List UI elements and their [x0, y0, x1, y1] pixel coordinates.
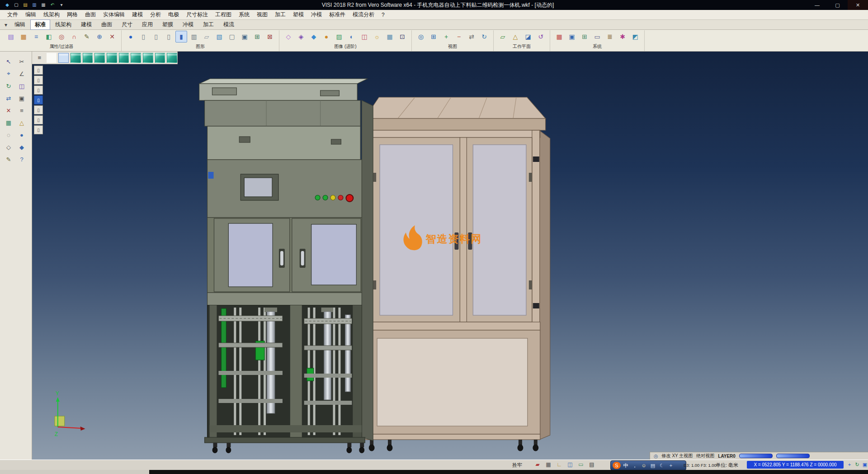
menu-item-16[interactable]: 标准件: [326, 10, 349, 19]
absolute-view-button[interactable]: 绝对视图: [696, 453, 714, 459]
tab-7[interactable]: 塑膜: [158, 19, 178, 30]
dimetric-view-icon[interactable]: [143, 53, 153, 63]
units-state-icon[interactable]: ▭: [577, 460, 585, 469]
pan-view-icon[interactable]: ⇄: [466, 31, 477, 43]
refresh-graphics-icon[interactable]: ●: [125, 31, 137, 43]
rotate-icon[interactable]: ↻: [3, 81, 14, 91]
menu-item-12[interactable]: 视图: [253, 10, 271, 19]
tab-2[interactable]: 线架构: [51, 19, 76, 30]
workplane-view-icon[interactable]: ◪: [522, 31, 534, 43]
menu-item-2[interactable]: 线架构: [40, 10, 63, 19]
menu-item-18[interactable]: ?: [378, 11, 388, 19]
snap-toggle-icon[interactable]: ▰: [533, 460, 542, 469]
new-document-icon[interactable]: ▢: [13, 2, 20, 8]
regen-icon[interactable]: ↻: [854, 461, 860, 468]
front-view-icon[interactable]: [83, 53, 93, 63]
menu-item-13[interactable]: 加工: [271, 10, 289, 19]
speed-meter[interactable]: [776, 454, 810, 458]
minimize-button[interactable]: —: [807, 0, 827, 10]
performance-icon[interactable]: ◩: [629, 31, 641, 43]
zoom-out-icon[interactable]: −: [453, 31, 465, 43]
menu-item-15[interactable]: 冲模: [307, 10, 326, 19]
view-list-icon[interactable]: ≡: [34, 53, 45, 63]
close-button[interactable]: ✕: [848, 0, 868, 10]
right-view-icon[interactable]: [94, 53, 105, 63]
menu-item-10[interactable]: 工程图: [212, 10, 235, 19]
wireframe-mode-icon[interactable]: ◇: [283, 31, 294, 43]
rendered-mode-icon[interactable]: ●: [321, 31, 332, 43]
selection-filter-icon[interactable]: ◎: [56, 31, 67, 43]
element-filter-icon[interactable]: ◧: [43, 31, 55, 43]
wire-cylinder-icon[interactable]: ▯: [137, 31, 149, 43]
top-view-icon[interactable]: [71, 53, 81, 63]
tab-overflow-icon[interactable]: ▾: [2, 22, 10, 28]
print-icon[interactable]: ▦: [40, 2, 47, 8]
tab-5[interactable]: 尺寸: [117, 19, 137, 30]
menu-item-6[interactable]: 建模: [128, 10, 146, 19]
workplane-standard-icon[interactable]: ▱: [497, 31, 509, 43]
tab-0[interactable]: 编辑: [10, 19, 30, 30]
workplane-reset-icon[interactable]: ↺: [535, 31, 547, 43]
menu-item-14[interactable]: 塑模: [289, 10, 307, 19]
shade-icon[interactable]: ◆: [16, 142, 28, 152]
ghost-cylinder-icon[interactable]: ▱: [201, 31, 212, 43]
view-slot-3-icon[interactable]: ▯: [34, 85, 43, 95]
lock-toggle[interactable]: 拴牢: [512, 462, 522, 469]
solid-box-icon[interactable]: ▧: [213, 31, 225, 43]
color-palette-icon[interactable]: ▦: [553, 31, 565, 43]
help-tools-icon[interactable]: ?: [16, 154, 28, 165]
show-icon[interactable]: ●: [16, 129, 28, 140]
delete-icon[interactable]: ✕: [3, 105, 14, 116]
point-snap-icon[interactable]: ⌖: [3, 68, 14, 79]
match-properties-icon[interactable]: ✎: [81, 31, 93, 43]
menu-item-0[interactable]: 文件: [4, 10, 22, 19]
erase-graphics-icon[interactable]: ⊠: [264, 31, 276, 43]
sogou-logo-icon[interactable]: S: [613, 462, 621, 469]
open-document-icon[interactable]: ▤: [22, 2, 29, 8]
menu-item-5[interactable]: 实体编辑: [99, 10, 128, 19]
menu-item-11[interactable]: 系统: [235, 10, 253, 19]
database-icon[interactable]: ≣: [604, 31, 616, 43]
view-slot-2-icon[interactable]: ▯: [34, 76, 43, 85]
view-slot-6-icon[interactable]: ▯: [34, 115, 43, 124]
shaded-cylinder-icon[interactable]: ▮: [175, 31, 187, 43]
wire-cylinder-3-icon[interactable]: ▯: [163, 31, 175, 43]
app-logo-icon[interactable]: ◆: [4, 2, 11, 8]
tab-8[interactable]: 冲模: [178, 19, 198, 30]
mirror-icon[interactable]: ◫: [16, 81, 28, 91]
tab-9[interactable]: 加工: [198, 19, 218, 30]
ime-indicator-icon[interactable]: ▤: [588, 460, 596, 469]
active-layer-label[interactable]: LAYER0: [718, 454, 736, 459]
tab-10[interactable]: 模流: [219, 19, 239, 30]
zoom-all-icon[interactable]: ◎: [415, 31, 427, 43]
undo-icon[interactable]: ↶: [49, 2, 56, 8]
display-settings-icon[interactable]: ▣: [566, 31, 578, 43]
ime-tools-icon[interactable]: +: [667, 462, 675, 469]
ime-emoji-icon[interactable]: ☺: [640, 462, 648, 469]
tab-4[interactable]: 曲面: [97, 19, 117, 30]
trim-icon[interactable]: ✂: [16, 56, 28, 67]
system-monitor-icon[interactable]: ▭: [591, 31, 603, 43]
back-view-icon[interactable]: [119, 53, 129, 63]
view-slot-7-icon[interactable]: ▯: [34, 125, 43, 134]
grid-settings-icon[interactable]: ⊞: [579, 31, 590, 43]
menu-item-17[interactable]: 模流分析: [349, 10, 378, 19]
texture-mode-icon[interactable]: ▨: [333, 31, 345, 43]
ime-night-icon[interactable]: ☾: [658, 462, 666, 469]
menu-item-4[interactable]: 曲面: [81, 10, 99, 19]
menu-item-7[interactable]: 分析: [146, 10, 165, 19]
background-icon[interactable]: ▦: [384, 31, 396, 43]
rotate-view-icon[interactable]: ↻: [478, 31, 490, 43]
options-icon[interactable]: ✱: [617, 31, 628, 43]
layer-filter-icon[interactable]: ≡: [30, 31, 42, 43]
explode-icon[interactable]: △: [16, 117, 28, 128]
menu-item-3[interactable]: 网格: [63, 10, 81, 19]
measure-icon[interactable]: ∠: [16, 68, 28, 79]
snapshot-icon[interactable]: ⊡: [396, 31, 408, 43]
trimetric-view-icon[interactable]: [155, 53, 165, 63]
layer-state-icon[interactable]: ◫: [566, 460, 574, 469]
lighting-icon[interactable]: ☼: [371, 31, 383, 43]
ortho-toggle-icon[interactable]: ∟: [555, 460, 563, 469]
half-shaded-cylinder-icon[interactable]: ▥: [188, 31, 200, 43]
left-view-icon[interactable]: [107, 53, 117, 63]
